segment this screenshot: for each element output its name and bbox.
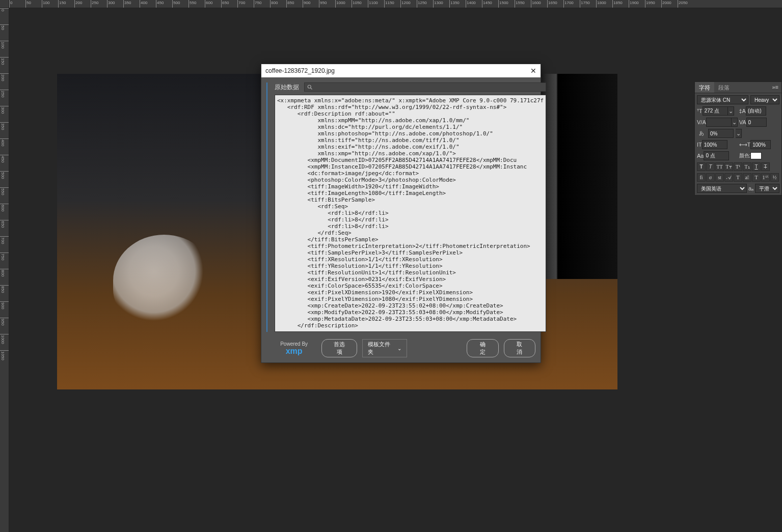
fractions-button[interactable]: T — [752, 173, 761, 182]
strikethrough-button[interactable]: T — [761, 162, 770, 171]
ordinal-button[interactable]: 1ˢᵗ — [761, 173, 770, 182]
category-item[interactable]: 基本 — [267, 83, 267, 101]
ruler-tick: 350 — [0, 122, 9, 138]
smallcaps-button[interactable]: Tᴛ — [724, 162, 733, 171]
ruler-tick: 500 — [172, 0, 188, 8]
category-item[interactable]: IPTC — [267, 161, 267, 170]
leading-input[interactable] — [746, 106, 766, 116]
half-button[interactable]: ½ — [770, 173, 779, 182]
ruler-tick: 850 — [286, 0, 303, 8]
type-style-buttons: T T TT Tᴛ T¹ T₁ T T — [697, 162, 779, 171]
character-panel: 字符 段落 »≡ 思源宋体 CN Heavy ᵀT⌄ ‡A V/A⌄ VA あ … — [694, 81, 782, 195]
hscale-input[interactable] — [750, 140, 771, 149]
ruler-tick: 1300 — [433, 0, 449, 8]
superscript-button[interactable]: T¹ — [734, 162, 742, 171]
ruler-tick: 1050 — [352, 0, 368, 8]
ruler-tick: 1600 — [531, 0, 547, 8]
category-item[interactable]: GPS 数据 — [267, 194, 267, 219]
category-item[interactable]: DICOM — [267, 295, 267, 304]
preferences-button[interactable]: 首选项 — [321, 339, 357, 357]
category-item[interactable]: IPTC 扩展 — [267, 170, 267, 194]
ruler-tick: 400 — [140, 0, 156, 8]
underline-button[interactable]: T — [752, 162, 761, 171]
language-select[interactable]: 美国英语 — [697, 184, 747, 193]
ruler-tick: 0 — [9, 0, 25, 8]
ligatures-button[interactable]: fi — [697, 173, 706, 182]
ordinals-button[interactable]: aͩ — [743, 173, 751, 182]
ruler-tick: 950 — [319, 0, 335, 8]
close-icon[interactable]: ✕ — [530, 67, 536, 75]
ruler-tick: 150 — [0, 57, 9, 73]
ruler-tick: 600 — [205, 0, 221, 8]
tsume-icon: あ — [697, 130, 706, 137]
titling-button[interactable]: T — [734, 173, 742, 182]
stylistic-button[interactable]: st — [715, 173, 724, 182]
ruler-tick: 650 — [221, 0, 237, 8]
category-item[interactable]: 视频数据 — [267, 253, 267, 286]
ruler-tick: 1800 — [596, 0, 612, 8]
bold-button[interactable]: T — [697, 162, 706, 171]
kerning-input[interactable] — [706, 118, 732, 127]
allcaps-button[interactable]: TT — [715, 162, 724, 171]
chevron-down-icon[interactable]: ⌄ — [736, 129, 742, 138]
ruler-tick: 50 — [0, 24, 9, 41]
panel-menu-icon[interactable]: »≡ — [769, 82, 781, 93]
ruler-tick: 1350 — [449, 0, 466, 8]
ruler-tick: 1550 — [515, 0, 531, 8]
ruler-tick: 350 — [123, 0, 140, 8]
italic-button[interactable]: T — [706, 162, 715, 171]
svg-line-1 — [311, 88, 312, 90]
cancel-button[interactable]: 取 消 — [504, 339, 535, 357]
tracking-icon: VA — [739, 119, 746, 125]
chevron-down-icon[interactable]: ⌄ — [728, 106, 734, 116]
category-item[interactable]: Photoshop — [267, 286, 267, 295]
vscale-icon: IT — [697, 142, 702, 148]
ok-button[interactable]: 确 定 — [467, 339, 498, 357]
aa-icon: aₐ — [748, 185, 753, 192]
ruler-tick: 900 — [0, 301, 9, 318]
category-item[interactable]: 摄像机数据 — [267, 101, 267, 143]
dialog-titlebar[interactable]: coffee-1283672_1920.jpg ✕ — [261, 64, 541, 77]
image-monitor-edge — [541, 74, 617, 279]
font-style-select[interactable]: Heavy — [750, 95, 779, 104]
ruler-tick: 850 — [0, 285, 9, 301]
ruler-horizontal[interactable]: 0501001502002503003504004505005506006507… — [9, 0, 782, 8]
search-input[interactable] — [304, 82, 546, 92]
metadata-category-list[interactable]: 基本摄像机数据原点IPTCIPTC 扩展GPS 数据音频数据视频数据Photos… — [266, 82, 267, 332]
tracking-input[interactable] — [746, 118, 767, 127]
subscript-button[interactable]: T₁ — [743, 162, 751, 171]
antialias-select[interactable]: 平滑 — [755, 184, 779, 193]
category-item[interactable]: 原始数据 — [267, 320, 267, 332]
tab-paragraph[interactable]: 段落 — [714, 82, 734, 93]
swash-button[interactable]: 𝒜 — [724, 173, 733, 182]
ruler-tick: 650 — [0, 220, 9, 236]
raw-xml-textarea[interactable]: <x:xmpmeta xmlns:x="adobe:ns:meta/" x:xm… — [275, 95, 546, 332]
ruler-tick: 450 — [156, 0, 172, 8]
contextual-button[interactable]: σ — [706, 173, 715, 182]
baseline-shift-input[interactable] — [704, 151, 729, 160]
ruler-vertical[interactable]: 0501001502002503003504004505005506006507… — [0, 8, 9, 532]
search-icon — [307, 84, 313, 90]
text-color-swatch[interactable] — [750, 152, 762, 159]
ruler-tick: 1100 — [368, 0, 384, 8]
tsume-input[interactable] — [708, 129, 734, 138]
font-size-input[interactable] — [703, 106, 728, 116]
ruler-tick: 150 — [58, 0, 74, 8]
tab-character[interactable]: 字符 — [695, 82, 714, 93]
ruler-tick: 1750 — [580, 0, 596, 8]
ruler-tick: 100 — [0, 41, 9, 57]
category-item[interactable]: 音频数据 — [267, 219, 267, 253]
ruler-tick: 200 — [74, 0, 91, 8]
ruler-tick: 900 — [303, 0, 319, 8]
category-item[interactable]: AEM Properties — [267, 304, 267, 320]
ruler-tick: 700 — [0, 236, 9, 253]
template-folder-dropdown[interactable]: 模板文件夹 — [362, 339, 407, 357]
xmp-logo: xmp — [266, 347, 321, 356]
hscale-icon: ⟷T — [739, 142, 751, 148]
category-item[interactable]: 原点 — [267, 143, 267, 161]
font-size-icon: ᵀT — [697, 108, 703, 115]
font-family-select[interactable]: 思源宋体 CN — [697, 95, 748, 104]
ruler-tick: 2000 — [661, 0, 678, 8]
vscale-input[interactable] — [702, 140, 727, 149]
chevron-down-icon[interactable]: ⌄ — [732, 118, 738, 127]
